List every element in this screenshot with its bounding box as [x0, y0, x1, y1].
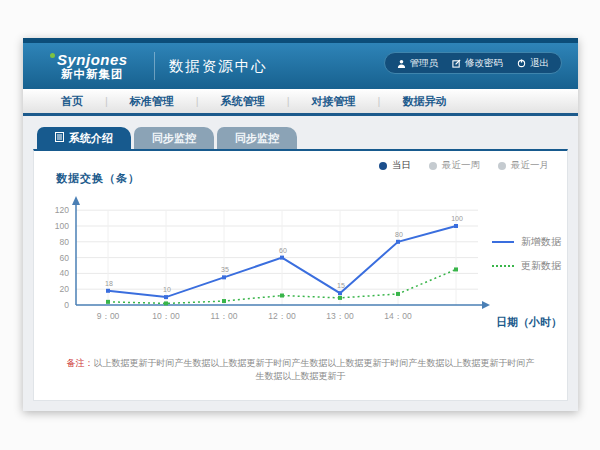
tab-sync-monitor-2[interactable]: 同步监控: [217, 127, 297, 149]
dotted-line-swatch-icon: [492, 265, 514, 267]
user-name-label: 管理员: [410, 57, 439, 70]
nav-item-standard-mgmt[interactable]: 标准管理: [128, 94, 176, 109]
radio-label: 最近一周: [442, 159, 480, 172]
legend-item-new-data[interactable]: 新增数据: [492, 235, 561, 249]
footnote-prefix: 备注：: [67, 358, 94, 368]
point-label: 35: [221, 266, 229, 273]
data-point: [396, 240, 400, 244]
data-point: [164, 301, 168, 305]
nav-separator: |: [105, 95, 108, 107]
tab-system-intro[interactable]: 系统介绍: [37, 127, 131, 149]
point-label: 18: [105, 280, 113, 287]
user-toolbar: 管理员 修改密码 退出: [384, 52, 563, 74]
tab-bar: 系统介绍 同步监控 同步监控: [33, 126, 568, 149]
radio-label: 最近一月: [511, 159, 549, 172]
y-axis-title: 数据交换（条）: [56, 171, 140, 186]
data-point: [396, 292, 400, 296]
chart-svg: 0204060801001209：0010：0011：0012：0013：001…: [46, 189, 506, 335]
x-tick-label: 12：00: [268, 311, 296, 321]
logo-company-name: 新中新集团: [61, 68, 124, 80]
tab-label: 同步监控: [152, 131, 196, 146]
nav-item-home[interactable]: 首页: [59, 94, 85, 109]
x-axis-arrow-icon: [482, 301, 490, 309]
y-tick-label: 40: [60, 268, 70, 278]
legend-label: 更新数据: [521, 259, 561, 273]
tab-sync-monitor-1[interactable]: 同步监控: [134, 127, 214, 149]
data-point: [106, 289, 110, 293]
logo-leaf-icon: [50, 53, 55, 58]
y-tick-label: 20: [60, 284, 70, 294]
chart-panel: 当日 最近一周 最近一月 数据交换（条） 0204060801001209：00…: [33, 149, 568, 401]
power-icon: [517, 59, 526, 68]
data-point: [338, 296, 342, 300]
x-tick-label: 11：00: [211, 311, 238, 321]
footnote: 备注：以上数据更新于时间产生数据以上数据更新于时间产生数据以上数据更新于时间产生…: [34, 357, 567, 383]
page-canvas: Synjones 新中新集团 数据资源中心 管理员 修改密码: [0, 0, 600, 450]
data-point: [106, 300, 110, 304]
page-title: 数据资源中心: [169, 57, 268, 76]
edit-icon: [452, 59, 461, 68]
data-point: [222, 275, 226, 279]
point-label: 80: [395, 231, 403, 238]
solid-line-swatch-icon: [492, 241, 514, 243]
radio-today[interactable]: 当日: [379, 159, 411, 172]
data-point: [454, 267, 458, 271]
y-tick-label: 80: [60, 237, 70, 247]
data-point: [280, 294, 284, 298]
change-password-label: 修改密码: [465, 57, 503, 70]
radio-last-month[interactable]: 最近一月: [498, 159, 549, 172]
document-icon: [55, 132, 64, 144]
header-divider: [154, 52, 155, 80]
data-point: [280, 256, 284, 260]
radio-label: 当日: [392, 159, 411, 172]
tab-label: 同步监控: [235, 131, 279, 146]
x-tick-label: 9：00: [97, 311, 120, 321]
y-tick-label: 60: [60, 253, 70, 263]
tab-label: 系统介绍: [69, 131, 113, 146]
main-nav: 首页 | 标准管理 | 系统管理 | 对接管理 | 数据异动: [23, 89, 578, 116]
range-filter-group: 当日 最近一周 最近一月: [379, 159, 549, 172]
footnote-text: 以上数据更新于时间产生数据以上数据更新于时间产生数据以上数据更新于时间产生数据以…: [94, 358, 535, 381]
data-point: [222, 299, 226, 303]
content-area: 系统介绍 同步监控 同步监控 当日 最近一周: [23, 116, 578, 401]
data-point: [338, 291, 342, 295]
nav-separator: |: [378, 95, 381, 107]
data-point: [164, 295, 168, 299]
current-user-button[interactable]: 管理员: [397, 57, 439, 70]
logout-button[interactable]: 退出: [517, 57, 549, 70]
y-axis-arrow-icon: [72, 196, 80, 205]
logout-label: 退出: [530, 57, 549, 70]
legend-label: 新增数据: [521, 235, 561, 249]
chart-legend: 新增数据 更新数据: [492, 235, 561, 273]
radio-dot-icon: [429, 162, 437, 170]
radio-dot-icon: [379, 162, 387, 170]
nav-item-system-mgmt[interactable]: 系统管理: [219, 94, 267, 109]
nav-separator: |: [287, 95, 290, 107]
nav-item-data-change[interactable]: 数据异动: [400, 94, 448, 109]
data-point: [454, 224, 458, 228]
point-label: 15: [337, 282, 345, 289]
user-icon: [397, 59, 406, 68]
y-tick-label: 120: [55, 205, 69, 215]
y-tick-label: 0: [64, 300, 69, 310]
x-axis-title: 日期（小时）: [496, 315, 562, 330]
app-window: Synjones 新中新集团 数据资源中心 管理员 修改密码: [23, 38, 578, 411]
radio-dot-icon: [498, 162, 506, 170]
app-header: Synjones 新中新集团 数据资源中心 管理员 修改密码: [23, 43, 578, 89]
company-logo: Synjones 新中新集团: [37, 52, 140, 80]
radio-last-week[interactable]: 最近一周: [429, 159, 480, 172]
change-password-button[interactable]: 修改密码: [452, 57, 503, 70]
line-chart: 0204060801001209：0010：0011：0012：0013：001…: [46, 189, 506, 339]
point-label: 60: [279, 247, 287, 254]
point-label: 10: [163, 286, 171, 293]
x-tick-label: 10：00: [152, 311, 180, 321]
nav-separator: |: [196, 95, 199, 107]
point-label: 100: [451, 215, 463, 222]
legend-item-updated-data[interactable]: 更新数据: [492, 259, 561, 273]
nav-item-interface-mgmt[interactable]: 对接管理: [310, 94, 358, 109]
x-tick-label: 13：00: [326, 311, 354, 321]
logo-text: Synjones: [57, 52, 128, 68]
x-tick-label: 14：00: [384, 311, 412, 321]
y-tick-label: 100: [55, 221, 69, 231]
